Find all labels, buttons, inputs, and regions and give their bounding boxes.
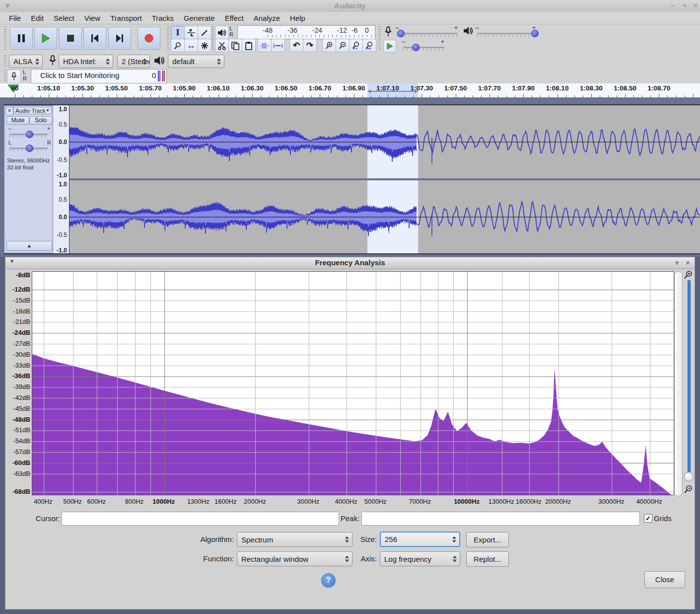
axis-dropdown[interactable]: Log frequency [380,551,460,566]
time-shift-tool[interactable]: ↔ [184,39,198,52]
menu-help[interactable]: Help [285,12,310,24]
panel-add-icon[interactable]: + [675,257,679,268]
track-vertical-ruler[interactable]: 1.00.50.0-0.5-1.01.00.50.0-0.5-1.0 [53,105,70,253]
playback-volume-slider[interactable] [477,33,537,34]
zoom-tool[interactable] [171,39,185,52]
menu-file[interactable]: File [4,12,26,24]
function-dropdown[interactable]: Rectangular window [237,551,352,566]
trim-audio-button[interactable] [258,39,272,52]
grids-checkbox[interactable]: ✓ [644,514,652,523]
track-close-icon[interactable]: × [5,107,13,115]
menu-view[interactable]: View [79,12,105,24]
menu-tracks[interactable]: Tracks [147,12,179,24]
track-area: × Audio Track▼ Mute Solo – + L R Stereo,… [0,97,700,257]
undo-button[interactable]: ↶ [289,39,303,52]
fit-selection-icon [351,41,361,50]
time-shift-tool-icon: ↔ [187,41,196,51]
close-button[interactable]: Close [644,571,685,588]
track-info-rate: Stereo, 96000Hz [7,157,50,163]
stop-button[interactable] [59,27,82,50]
panel-close-icon[interactable]: × [686,257,690,268]
pan-slider-thumb[interactable] [26,145,33,152]
recording-meter-mic-icon[interactable] [7,70,21,83]
playback-volume-thumb[interactable] [531,30,539,37]
panel-collapse-icon[interactable]: ▾ [10,257,14,265]
recording-volume-slider[interactable] [397,33,458,34]
envelope-tool[interactable] [184,26,198,39]
mute-button[interactable]: Mute [6,116,29,125]
paste-button[interactable] [242,39,256,52]
recording-meter[interactable]: Click to Start Monitoring 0 [31,69,167,83]
track-name-dropdown[interactable]: Audio Track▼ [13,107,52,114]
menu-edit[interactable]: Edit [26,12,49,24]
vertical-zoom-thumb[interactable] [684,472,694,481]
peak-value-field[interactable] [361,512,640,526]
selection-tool[interactable]: I [171,26,185,39]
export-button[interactable]: Export... [466,532,509,547]
pause-button[interactable] [10,27,33,50]
zoom-in-button[interactable] [322,39,336,52]
close-icon[interactable]: × [690,0,700,12]
skip-to-start-button[interactable] [83,27,106,50]
menu-effect[interactable]: Effect [220,12,249,24]
menu-transport[interactable]: Transport [105,12,147,24]
zoom-out-icon[interactable] [684,485,693,494]
skip-to-end-button[interactable] [108,27,131,50]
copy-button[interactable] [228,39,242,52]
y-tick-label: -39dB [6,383,30,390]
cut-button[interactable] [215,39,229,52]
size-dropdown[interactable]: 256 [380,532,460,547]
silence-audio-button[interactable] [271,39,285,52]
menu-select[interactable]: Select [49,12,79,24]
playback-device-dropdown[interactable]: default [168,55,224,68]
playback-volume-minus: – [476,24,479,31]
help-button[interactable]: ? [321,573,336,588]
ruler-selection-arrows[interactable] [367,89,418,93]
vertical-zoom-slider[interactable] [688,280,691,480]
y-tick-label: -18dB [6,307,30,314]
vertical-scrollbar[interactable] [674,271,683,496]
audio-host-dropdown[interactable]: ALSA [9,55,43,68]
menu-generate[interactable]: Generate [179,12,220,24]
zoom-in-icon [325,41,334,50]
minimize-icon[interactable]: – [667,0,678,12]
gain-slider-thumb[interactable] [26,131,33,138]
frequency-panel-header[interactable]: ▾ Frequency Analysis + × [5,257,695,269]
playback-meter-speaker-icon[interactable] [215,26,229,39]
play-speed-thumb[interactable] [412,44,420,51]
fit-selection-button[interactable] [349,39,363,52]
waveform-left-channel[interactable] [70,105,700,178]
recording-volume-thumb[interactable] [397,30,405,37]
spectrum-plot[interactable] [32,271,674,495]
solo-button[interactable]: Solo [29,116,52,125]
replot-button[interactable]: Replot... [466,551,509,567]
transport-toolbar [8,27,163,51]
y-tick-label: -68dB [6,488,30,495]
play-button[interactable] [34,27,57,50]
zoom-out-button[interactable] [336,39,350,52]
collapse-track-button[interactable]: ▲ [6,241,52,251]
monitor-text[interactable]: Click to Start Monitoring [40,71,119,79]
vruler-label: 1.0 [59,181,67,188]
play-speed-slider[interactable] [403,47,444,48]
cursor-value-field[interactable] [62,512,339,526]
y-tick-label: -12dB [6,286,30,293]
fit-project-button[interactable] [362,39,376,52]
draw-tool[interactable] [198,26,211,39]
zoom-in-icon[interactable] [684,270,693,279]
waveform-right-channel[interactable] [70,180,700,253]
redo-button[interactable]: ↷ [303,39,317,52]
menu-analyze[interactable]: Analyze [249,12,285,24]
algorithm-dropdown[interactable]: Spectrum [237,532,352,547]
recording-channels-dropdown[interactable]: 2 (Stereo) [117,55,150,68]
title-bar[interactable]: ▾ Audacity – + × [0,0,700,12]
play-at-speed-button[interactable] [383,40,396,53]
audacity-window: ▾ Audacity – + × FileEditSelectViewTrans… [0,0,700,614]
record-button[interactable] [138,27,160,50]
playback-meter[interactable]: -48-36-24-12-60 [237,25,375,39]
track-info-format: 32-bit float [7,164,34,170]
recording-device-dropdown[interactable]: HDA Intel: [59,55,113,68]
multi-tool-tool[interactable] [198,39,211,52]
timeline-ruler[interactable]: 901:05.101:05.301:05.501:05.701:05.901:0… [0,83,700,98]
maximize-icon[interactable]: + [679,0,690,12]
